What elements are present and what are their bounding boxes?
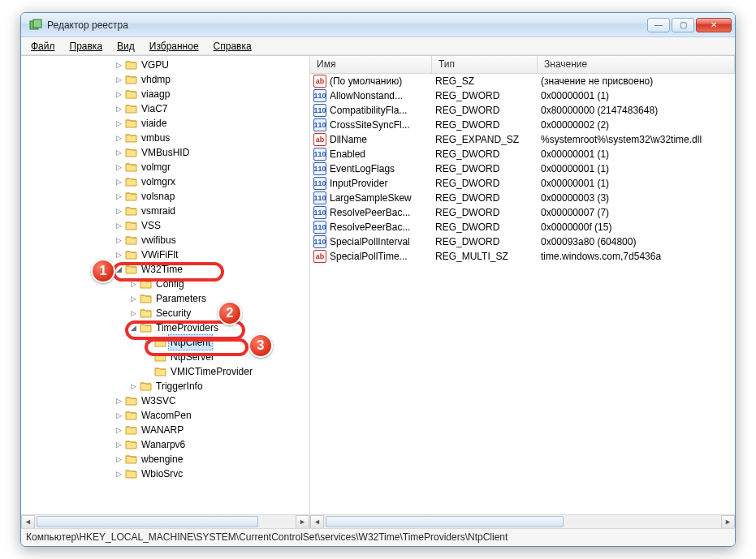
expander-icon[interactable]: ▷ [128,381,138,391]
menu-view[interactable]: Вид [110,39,141,54]
folder-icon [125,191,138,202]
scroll-right-icon[interactable]: ► [296,515,309,529]
expander-icon[interactable]: ▷ [128,294,138,303]
tree-item[interactable]: ▷volmgr [114,160,309,174]
menu-file[interactable]: Файл [24,39,62,54]
expander-icon[interactable]: ▷ [114,206,123,216]
folder-icon [125,176,138,187]
col-name[interactable]: Имя [310,56,432,73]
expander-icon[interactable]: ▷ [143,338,153,347]
tree-hscroll[interactable]: ◄ ► [21,514,309,528]
value-row[interactable]: 110 EventLogFlags REG_DWORD 0x00000001 (… [310,161,735,176]
tree-item[interactable]: ▷viaide [114,116,309,131]
expander-icon[interactable]: ▷ [114,177,123,187]
value-row[interactable]: 110 ResolvePeerBac... REG_DWORD 0x000000… [310,205,735,220]
tree-item-timeproviders[interactable]: ◢TimeProviders [128,320,309,335]
expander-icon[interactable]: ▷ [114,469,123,479]
maximize-button[interactable]: ▢ [672,18,694,32]
expander-icon[interactable]: ▷ [114,221,123,230]
tree-item[interactable]: ▷wbengine [114,452,309,467]
scroll-left-icon[interactable]: ◄ [21,515,35,529]
expander-icon[interactable]: ◢ [128,323,138,333]
tree-item[interactable]: ▷WacomPen [114,408,309,423]
values-list[interactable]: ab (По умолчанию) REG_SZ (значение не пр… [310,74,735,514]
tree-item[interactable]: ▷W3SVC [114,393,309,408]
expander-icon[interactable]: ▷ [114,118,123,128]
value-row[interactable]: 110 LargeSampleSkew REG_DWORD 0x00000003… [310,191,735,205]
value-row[interactable]: 110 CompatibilityFla... REG_DWORD 0x8000… [310,103,735,118]
expander-icon[interactable]: ▷ [114,411,123,420]
expander-icon[interactable] [143,352,153,362]
tree-item[interactable]: ▷vhdmp [114,72,309,87]
tree-label: VMICTimeProvider [171,364,253,379]
value-row[interactable]: ab (По умолчанию) REG_SZ (значение не пр… [310,74,735,88]
tree-item[interactable]: ▷Config [128,277,309,291]
expander-icon[interactable]: ▷ [114,454,123,464]
titlebar[interactable]: Редактор реестра — ▢ ✕ [21,13,735,37]
values-hscroll[interactable]: ◄ ► [310,514,735,528]
tree-item[interactable]: VMICTimeProvider [143,364,309,379]
value-row[interactable]: 110 ResolvePeerBac... REG_DWORD 0x000000… [310,220,735,234]
tree-item[interactable]: ▷WANARP [114,423,309,437]
expander-icon[interactable]: ▷ [114,75,123,84]
tree-scroll[interactable]: ▷VGPU▷vhdmp▷viaagp▷ViaC7▷viaide▷vmbus▷VM… [21,56,309,514]
menu-help[interactable]: Справка [207,39,258,54]
tree-item[interactable]: ▷Security [128,306,309,320]
menu-favorites[interactable]: Избранное [143,39,205,54]
value-row[interactable]: 110 InputProvider REG_DWORD 0x00000001 (… [310,176,735,191]
tree-item[interactable]: ▷Wanarpv6 [114,437,309,452]
expander-icon[interactable]: ▷ [114,104,123,114]
close-button[interactable]: ✕ [696,18,732,32]
tree-item[interactable]: ▷volmgrx [114,174,309,189]
expander-icon[interactable]: ◢ [114,264,123,274]
tree-item[interactable]: ▷TriggerInfo [128,379,309,393]
expander-icon[interactable]: ▷ [114,235,123,245]
menu-edit[interactable]: Правка [63,39,110,54]
expander-icon[interactable]: ▷ [114,148,123,157]
expander-icon[interactable]: ▷ [114,162,123,172]
value-row[interactable]: 110 Enabled REG_DWORD 0x00000001 (1) [310,147,735,161]
tree-item-ntpclient[interactable]: ▷NtpClient [143,335,309,350]
tree-label: TimeProviders [156,320,218,335]
col-type[interactable]: Тип [432,56,538,73]
value-row[interactable]: 110 CrossSiteSyncFl... REG_DWORD 0x00000… [310,118,735,132]
expander-icon[interactable] [143,367,153,376]
tree-item[interactable]: ▷ViaC7 [114,101,309,116]
expander-icon[interactable]: ▷ [114,89,123,99]
tree-item[interactable]: ▷Parameters [128,291,309,306]
tree-item[interactable]: ▷volsnap [114,189,309,204]
tree-item[interactable]: ▷WbioSrvc [114,467,309,481]
col-value[interactable]: Значение [538,56,735,73]
tree-label: volmgrx [141,174,175,189]
expander-icon[interactable]: ▷ [114,191,123,201]
scroll-left-icon[interactable]: ◄ [310,515,324,529]
expander-icon[interactable]: ▷ [114,60,123,70]
tree-item[interactable]: NtpServer [143,350,309,364]
tree-label: viaide [141,116,166,131]
value-data: 0x80000000 (2147483648) [541,105,735,116]
value-row[interactable]: ab DllName REG_EXPAND_SZ %systemroot%\sy… [310,132,735,147]
tree-item[interactable]: ▷VMBusHID [114,145,309,160]
minimize-button[interactable]: — [647,18,670,32]
tree-item[interactable]: ▷vsmraid [114,204,309,218]
expander-icon[interactable]: ▷ [128,279,138,289]
tree-item[interactable]: ▷VGPU [114,58,309,72]
expander-icon[interactable]: ▷ [114,425,123,435]
expander-icon[interactable]: ▷ [114,396,123,406]
tree-item[interactable]: ▷viaagp [114,87,309,101]
scroll-right-icon[interactable]: ► [721,515,735,529]
expander-icon[interactable]: ▷ [114,133,123,143]
value-row[interactable]: 110 SpecialPollInterval REG_DWORD 0x0009… [310,234,735,249]
tree-item-w32time[interactable]: ◢W32Time [114,262,309,277]
value-row[interactable]: ab SpecialPollTime... REG_MULTI_SZ time.… [310,249,735,264]
tree-item[interactable]: ▷vmbus [114,131,309,145]
tree-item[interactable]: ▷vwifibus [114,233,309,247]
value-name: ResolvePeerBac... [330,207,435,218]
tree-item[interactable]: ▷VWiFiFlt [114,247,309,262]
expander-icon[interactable]: ▷ [114,250,123,260]
value-row[interactable]: 110 AllowNonstand... REG_DWORD 0x0000000… [310,88,735,103]
tree-item[interactable]: ▷VSS [114,218,309,233]
expander-icon[interactable]: ▷ [114,440,123,449]
tree-label: vmbus [141,131,170,145]
expander-icon[interactable]: ▷ [128,308,138,318]
